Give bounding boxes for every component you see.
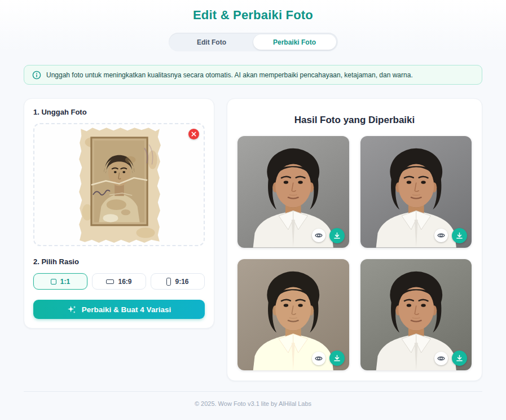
download-button[interactable]: [452, 351, 467, 366]
result-photo-1: [237, 136, 349, 248]
info-banner: Unggah foto untuk meningkatkan kualitasn…: [24, 65, 482, 85]
preview-button[interactable]: [434, 352, 448, 365]
square-icon: [51, 279, 56, 285]
ratio-option-16-9[interactable]: 16:9: [92, 273, 146, 290]
info-banner-text: Unggah foto untuk meningkatkan kualitasn…: [46, 71, 413, 79]
download-button[interactable]: [329, 351, 345, 366]
preview-button[interactable]: [312, 229, 325, 242]
result-photo-2: [360, 136, 472, 248]
close-icon: [191, 132, 196, 137]
preview-button[interactable]: [434, 229, 448, 242]
ratio-label: 16:9: [118, 278, 131, 286]
portrait-icon: [166, 278, 171, 286]
ratio-option-1-1[interactable]: 1:1: [33, 273, 87, 290]
enhance-button-label: Perbaiki & Buat 4 Variasi: [82, 305, 171, 314]
results-title: Hasil Foto yang Diperbaiki: [237, 115, 472, 126]
remove-photo-button[interactable]: [188, 129, 199, 139]
tab-bar: Edit Foto Perbaiki Foto: [169, 33, 338, 51]
sparkles-icon: [67, 305, 77, 314]
results-grid: [237, 136, 472, 370]
landscape-icon: [106, 279, 114, 284]
download-button[interactable]: [329, 228, 345, 243]
result-photo-4: [360, 259, 472, 371]
upload-dropzone[interactable]: [33, 123, 205, 246]
tab-edit-foto[interactable]: Edit Foto: [170, 34, 253, 50]
info-icon: [32, 71, 41, 80]
enhance-button[interactable]: Perbaiki & Buat 4 Variasi: [33, 300, 205, 319]
preview-button[interactable]: [312, 352, 325, 365]
ratio-label: 9:16: [175, 278, 188, 286]
ratio-options: 1:1 16:9 9:16: [33, 273, 205, 290]
ratio-option-9-16[interactable]: 9:16: [151, 273, 205, 290]
footer-text: © 2025. Wow Foto v3.1 lite by AlHilal La…: [195, 400, 311, 407]
tab-perbaiki-foto[interactable]: Perbaiki Foto: [253, 34, 336, 50]
upload-step-label: 1. Unggah Foto: [33, 108, 205, 116]
ratio-label: 1:1: [60, 278, 70, 286]
uploaded-photo-preview: [75, 125, 164, 244]
result-photo-3: [237, 259, 349, 371]
ratio-step-label: 2. Pilih Rasio: [33, 257, 205, 266]
download-button[interactable]: [452, 228, 467, 243]
footer: © 2025. Wow Foto v3.1 lite by AlHilal La…: [24, 391, 482, 407]
results-panel: Hasil Foto yang Diperbaiki: [227, 98, 482, 381]
page-title: Edit & Perbaiki Foto: [0, 0, 506, 23]
page: Edit & Perbaiki Foto Edit Foto Perbaiki …: [0, 0, 506, 420]
upload-panel: 1. Unggah Foto: [24, 98, 214, 329]
